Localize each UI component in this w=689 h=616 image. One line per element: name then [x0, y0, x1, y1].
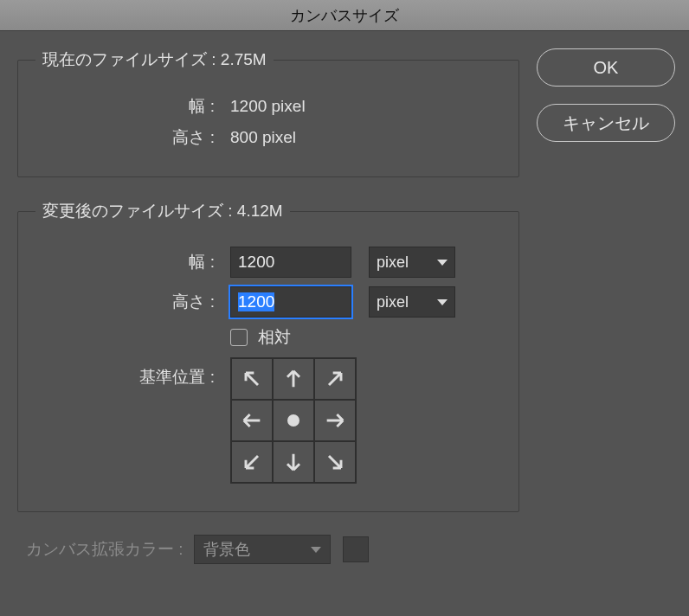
chevron-down-icon	[437, 260, 448, 266]
width-unit-select[interactable]: pixel	[369, 247, 455, 278]
anchor-right[interactable]	[314, 400, 356, 441]
height-unit-select[interactable]: pixel	[369, 286, 455, 318]
extension-color-swatch[interactable]	[343, 536, 369, 562]
anchor-bottom[interactable]	[273, 441, 314, 483]
anchor-center[interactable]	[273, 400, 314, 441]
current-width-label: 幅 :	[35, 95, 230, 118]
anchor-left[interactable]	[231, 400, 273, 441]
ok-button[interactable]: OK	[537, 48, 675, 87]
extension-color-select[interactable]: 背景色	[194, 535, 331, 564]
new-width-label: 幅 :	[35, 251, 230, 273]
width-unit-value: pixel	[377, 253, 409, 272]
dialog-titlebar: カンバスサイズ	[0, 0, 689, 31]
height-unit-value: pixel	[377, 293, 409, 311]
chevron-down-icon	[437, 299, 448, 305]
anchor-label: 基準位置 :	[35, 357, 230, 388]
cancel-button[interactable]: キャンセル	[537, 104, 675, 142]
anchor-top-left[interactable]	[231, 358, 273, 400]
width-input[interactable]	[230, 247, 351, 278]
anchor-top-right[interactable]	[314, 358, 356, 400]
new-size-legend: 変更後のファイルサイズ : 4.12M	[35, 200, 290, 222]
current-width-value: 1200 pixel	[230, 97, 306, 116]
current-height-label: 高さ :	[35, 126, 230, 149]
anchor-center-dot-icon	[287, 414, 299, 427]
current-size-group: 現在のファイルサイズ : 2.75M 幅 : 1200 pixel 高さ : 8…	[17, 48, 519, 177]
anchor-bottom-left[interactable]	[231, 441, 273, 483]
anchor-top[interactable]	[273, 358, 314, 400]
dialog-title: カンバスサイズ	[290, 5, 399, 26]
extension-color-value: 背景色	[203, 539, 250, 560]
anchor-grid	[230, 357, 357, 484]
relative-checkbox[interactable]	[230, 329, 248, 346]
new-size-group: 変更後のファイルサイズ : 4.12M 幅 : pixel 高さ : pixel	[17, 200, 519, 512]
current-height-value: 800 pixel	[230, 128, 296, 147]
anchor-bottom-right[interactable]	[314, 441, 356, 483]
current-size-legend: 現在のファイルサイズ : 2.75M	[35, 48, 274, 71]
height-input[interactable]	[230, 286, 351, 318]
relative-label: 相対	[258, 326, 291, 349]
new-height-label: 高さ :	[35, 291, 230, 313]
extension-color-label: カンバス拡張カラー :	[26, 538, 184, 561]
chevron-down-icon	[311, 547, 321, 553]
